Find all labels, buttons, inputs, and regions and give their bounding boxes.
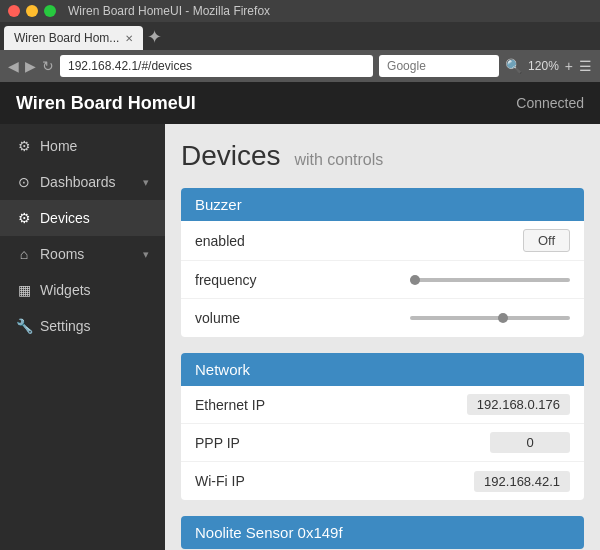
zoom-plus-button[interactable]: +: [565, 58, 573, 74]
buzzer-card: Buzzer enabled Off frequency: [181, 188, 584, 337]
frequency-label: frequency: [195, 272, 410, 288]
sidebar-item-label: Widgets: [40, 282, 149, 298]
table-row: frequency: [181, 261, 584, 299]
wifi-ip-value: 192.168.42.1: [474, 471, 570, 492]
maximize-button[interactable]: [44, 5, 56, 17]
sidebar-item-devices[interactable]: ⚙ Devices: [0, 200, 165, 236]
chevron-down-icon: ▾: [143, 248, 149, 261]
buzzer-card-header: Buzzer: [181, 188, 584, 221]
page-subtitle: with controls: [294, 151, 383, 168]
sidebar-item-label: Devices: [40, 210, 149, 226]
slider-thumb[interactable]: [498, 313, 508, 323]
sidebar-item-label: Settings: [40, 318, 149, 334]
rooms-icon: ⌂: [16, 246, 32, 262]
connection-status: Connected: [516, 95, 584, 111]
settings-icon: 🔧: [16, 318, 32, 334]
enabled-label: enabled: [195, 233, 523, 249]
search-input[interactable]: [379, 55, 499, 77]
table-row: Ethernet IP 192.168.0.176: [181, 386, 584, 424]
wifi-ip-label: Wi-Fi IP: [195, 473, 474, 489]
address-input[interactable]: [60, 55, 373, 77]
window-title: Wiren Board HomeUI - Mozilla Firefox: [68, 4, 270, 18]
menu-button[interactable]: ☰: [579, 58, 592, 74]
ppp-ip-value: 0: [490, 432, 570, 453]
slider-thumb[interactable]: [410, 275, 420, 285]
home-icon: ⚙: [16, 138, 32, 154]
sidebar-item-home[interactable]: ⚙ Home: [0, 128, 165, 164]
tab-bar: Wiren Board Hom... ✕ ✦: [0, 22, 600, 50]
table-row: enabled Off: [181, 221, 584, 261]
table-row: Wi-Fi IP 192.168.42.1: [181, 462, 584, 500]
close-button[interactable]: [8, 5, 20, 17]
sidebar-item-label: Rooms: [40, 246, 135, 262]
app-container: Wiren Board HomeUI Connected ⚙ Home ⊙ Da…: [0, 82, 600, 550]
tab-close-icon[interactable]: ✕: [125, 33, 133, 44]
minimize-button[interactable]: [26, 5, 38, 17]
network-card-body: Ethernet IP 192.168.0.176 PPP IP 0 Wi-Fi…: [181, 386, 584, 500]
ethernet-ip-value: 192.168.0.176: [467, 394, 570, 415]
search-icon[interactable]: 🔍: [505, 58, 522, 74]
slider-track: [410, 316, 570, 320]
network-card: Network Ethernet IP 192.168.0.176 PPP IP…: [181, 353, 584, 500]
ethernet-ip-label: Ethernet IP: [195, 397, 467, 413]
sidebar-item-dashboards[interactable]: ⊙ Dashboards ▾: [0, 164, 165, 200]
page-header: Devices with controls: [181, 140, 584, 172]
sidebar: ⚙ Home ⊙ Dashboards ▾ ⚙ Devices ⌂ Rooms …: [0, 124, 165, 550]
tab-label: Wiren Board Hom...: [14, 31, 119, 45]
volume-label: volume: [195, 310, 410, 326]
new-tab-button[interactable]: ✦: [147, 28, 162, 50]
content-area: ⚙ Home ⊙ Dashboards ▾ ⚙ Devices ⌂ Rooms …: [0, 124, 600, 550]
zoom-level: 120%: [528, 59, 559, 73]
address-bar: ◀ ▶ ↻ 🔍 120% + ☰: [0, 50, 600, 82]
widgets-icon: ▦: [16, 282, 32, 298]
active-tab[interactable]: Wiren Board Hom... ✕: [4, 26, 143, 50]
back-button[interactable]: ◀: [8, 58, 19, 74]
buzzer-card-body: enabled Off frequency volume: [181, 221, 584, 337]
top-nav: Wiren Board HomeUI Connected: [0, 82, 600, 124]
main-panel: Devices with controls Buzzer enabled Off…: [165, 124, 600, 550]
enabled-toggle-button[interactable]: Off: [523, 229, 570, 252]
app-title: Wiren Board HomeUI: [16, 93, 196, 114]
table-row: volume: [181, 299, 584, 337]
volume-slider[interactable]: [410, 316, 570, 320]
network-card-header: Network: [181, 353, 584, 386]
dashboards-icon: ⊙: [16, 174, 32, 190]
page-title: Devices with controls: [181, 140, 584, 172]
sidebar-item-label: Dashboards: [40, 174, 135, 190]
ppp-ip-label: PPP IP: [195, 435, 490, 451]
sidebar-item-rooms[interactable]: ⌂ Rooms ▾: [0, 236, 165, 272]
slider-track: [410, 278, 570, 282]
table-row: PPP IP 0: [181, 424, 584, 462]
noolite-card: Noolite Sensor 0x149f: [181, 516, 584, 549]
chevron-down-icon: ▾: [143, 176, 149, 189]
window-titlebar: Wiren Board HomeUI - Mozilla Firefox: [0, 0, 600, 22]
reload-button[interactable]: ↻: [42, 58, 54, 74]
sidebar-item-settings[interactable]: 🔧 Settings: [0, 308, 165, 344]
frequency-slider[interactable]: [410, 278, 570, 282]
sidebar-item-widgets[interactable]: ▦ Widgets: [0, 272, 165, 308]
devices-icon: ⚙: [16, 210, 32, 226]
noolite-card-header: Noolite Sensor 0x149f: [181, 516, 584, 549]
sidebar-item-label: Home: [40, 138, 149, 154]
forward-button[interactable]: ▶: [25, 58, 36, 74]
